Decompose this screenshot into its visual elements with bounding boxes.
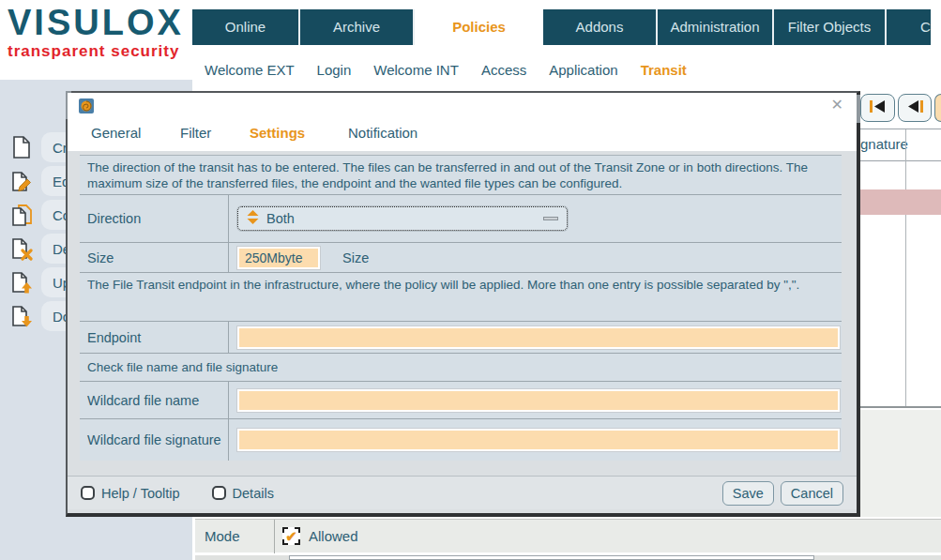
help-tooltip-checkbox[interactable] bbox=[81, 486, 95, 500]
previous-icon bbox=[906, 99, 924, 117]
next-page-button-cutoff[interactable] bbox=[934, 94, 941, 122]
tab-notification[interactable]: Notification bbox=[348, 125, 417, 141]
submenu-welcome-ext[interactable]: Welcome EXT bbox=[205, 59, 295, 82]
form-divider bbox=[274, 520, 275, 553]
tab-filter[interactable]: Filter bbox=[180, 125, 211, 141]
direction-label: Direction bbox=[80, 211, 228, 226]
first-page-button[interactable] bbox=[860, 94, 895, 122]
sort-diamond-icon bbox=[247, 210, 259, 228]
save-button[interactable]: Save bbox=[722, 481, 774, 506]
tab-archive[interactable]: Archive bbox=[300, 9, 415, 45]
transit-policy-dialog: ✕ General Filter Settings Notification T… bbox=[66, 91, 860, 517]
document-delete-icon bbox=[9, 236, 34, 261]
check-icon: ✔ bbox=[285, 529, 297, 543]
submenu-application[interactable]: Application bbox=[549, 59, 617, 82]
tab-online[interactable]: Online bbox=[192, 9, 300, 45]
logo-subtitle: transparent security bbox=[8, 42, 190, 61]
size-row: Size Size bbox=[80, 242, 842, 272]
submenu-welcome-int[interactable]: Welcome INT bbox=[373, 59, 459, 82]
direction-value: Both bbox=[266, 211, 295, 226]
dialog-footer: Help / Tooltip Details Save Cancel bbox=[68, 476, 857, 509]
column-header-signature: gnature bbox=[860, 136, 908, 152]
document-create-icon bbox=[9, 135, 34, 159]
endpoint-row: Endpoint bbox=[80, 321, 842, 353]
check-heading: Check file name and file signature bbox=[80, 353, 842, 381]
size-label: Size bbox=[80, 250, 228, 265]
mode-form-row: Mode ✔ Allowed bbox=[195, 519, 941, 552]
settings-form: The direction of the transit has to be e… bbox=[80, 155, 842, 461]
tab-administration[interactable]: Administration bbox=[658, 9, 774, 45]
tab-settings[interactable]: Settings bbox=[250, 125, 305, 141]
submenu-transit[interactable]: Transit bbox=[641, 59, 687, 82]
partial-form-row bbox=[195, 555, 941, 560]
wildcard-name-input[interactable] bbox=[237, 389, 840, 412]
endpoint-label: Endpoint bbox=[80, 330, 228, 345]
mode-allowed-checkbox[interactable]: ✔ bbox=[282, 527, 300, 545]
direction-row: Direction Both bbox=[80, 194, 842, 242]
tab-general[interactable]: General bbox=[91, 125, 141, 141]
main-nav: Online Archive Policies Addons Administr… bbox=[192, 9, 931, 45]
logo-title: VISULOX bbox=[8, 4, 190, 41]
direction-description: The direction of the transit has to be e… bbox=[80, 156, 842, 194]
tab-filter-objects[interactable]: Filter Objects bbox=[774, 9, 887, 45]
visulox-app-icon bbox=[79, 98, 94, 114]
dialog-tabs: General Filter Settings Notification bbox=[68, 119, 857, 151]
column-divider bbox=[905, 129, 906, 406]
tab-cutoff[interactable]: C bbox=[887, 9, 931, 45]
endpoint-description: The File Transit endpoint in the infrast… bbox=[80, 272, 842, 321]
policies-submenu: Welcome EXT Login Welcome INT Access App… bbox=[205, 59, 687, 82]
document-copy-icon bbox=[9, 203, 34, 227]
wildcard-name-label: Wildcard file name bbox=[80, 393, 228, 408]
previous-page-button[interactable] bbox=[898, 94, 932, 122]
wildcard-signature-label: Wildcard file signature bbox=[80, 432, 228, 447]
tab-policies[interactable]: Policies bbox=[415, 9, 543, 45]
app-logo: VISULOX transparent security bbox=[8, 4, 190, 61]
document-edit-icon bbox=[9, 169, 34, 193]
close-icon[interactable]: ✕ bbox=[831, 96, 843, 114]
wildcard-signature-row: Wildcard file signature bbox=[80, 418, 842, 461]
submenu-login[interactable]: Login bbox=[317, 59, 352, 82]
dialog-titlebar: ✕ bbox=[68, 93, 857, 119]
endpoint-input[interactable] bbox=[237, 326, 840, 349]
direction-select[interactable]: Both bbox=[237, 206, 568, 231]
document-download-icon bbox=[9, 304, 34, 328]
wildcard-name-row: Wildcard file name bbox=[80, 381, 842, 418]
tab-addons[interactable]: Addons bbox=[543, 9, 658, 45]
partial-input bbox=[289, 555, 814, 560]
cancel-button[interactable]: Cancel bbox=[781, 481, 843, 506]
mode-value: Allowed bbox=[309, 528, 358, 544]
submenu-access[interactable]: Access bbox=[481, 59, 526, 82]
help-tooltip-label: Help / Tooltip bbox=[101, 486, 180, 501]
mode-label: Mode bbox=[195, 528, 274, 544]
right-scrollbar-thumb[interactable] bbox=[857, 95, 860, 123]
size-suffix: Size bbox=[342, 250, 369, 265]
details-label: Details bbox=[233, 486, 274, 501]
details-checkbox[interactable] bbox=[212, 486, 226, 500]
wildcard-signature-input[interactable] bbox=[237, 429, 840, 451]
dropdown-handle-icon bbox=[543, 217, 558, 220]
skip-to-first-icon bbox=[869, 99, 887, 117]
size-input[interactable] bbox=[237, 247, 320, 269]
document-upload-icon bbox=[9, 270, 34, 295]
